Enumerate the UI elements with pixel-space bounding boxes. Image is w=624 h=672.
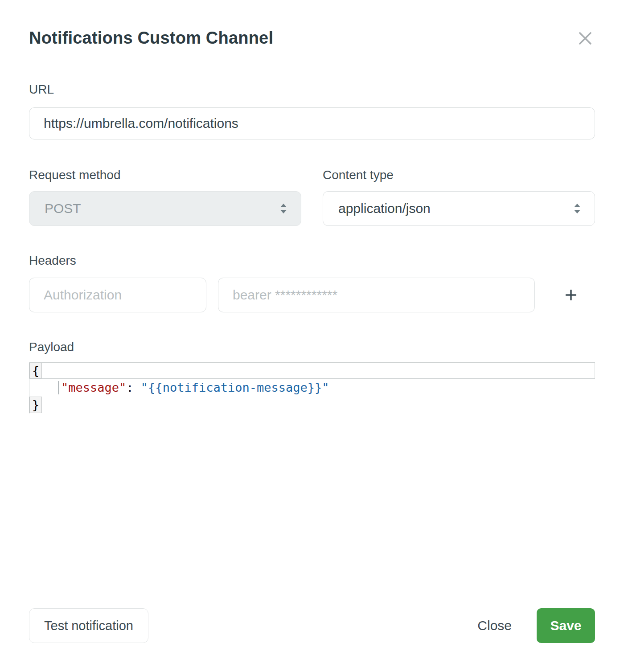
dialog-title: Notifications Custom Channel [29, 29, 273, 48]
request-method-value: POST [45, 201, 81, 216]
payload-label: Payload [29, 340, 595, 354]
dialog-footer: Test notification Close Save [29, 608, 595, 643]
method-content-row: Request method POST Content type applica… [29, 168, 595, 226]
text-cursor [58, 381, 59, 394]
header-value-input[interactable] [218, 278, 535, 312]
request-method-select[interactable]: POST [29, 191, 301, 226]
save-button[interactable]: Save [537, 608, 595, 643]
dialog-header: Notifications Custom Channel [29, 29, 595, 48]
open-brace-highlight: { [29, 363, 42, 378]
payload-editor[interactable]: { "message": "{{notification-message}}" … [29, 362, 595, 414]
select-updown-icon [279, 203, 287, 214]
payload-line-1: { [29, 362, 595, 379]
payload-line-3: } [29, 396, 595, 414]
url-input[interactable] [29, 107, 595, 139]
select-updown-icon [573, 203, 581, 214]
notifications-custom-channel-dialog: Notifications Custom Channel URL Request… [0, 0, 624, 672]
request-method-label: Request method [29, 168, 301, 182]
close-brace-highlight: } [29, 397, 42, 413]
json-property: "message" [61, 381, 126, 394]
plus-icon [564, 288, 578, 302]
content-type-value: application/json [338, 201, 431, 216]
url-label: URL [29, 82, 595, 97]
add-header-button[interactable] [562, 286, 580, 304]
close-icon[interactable] [576, 29, 594, 47]
header-name-input[interactable] [29, 278, 206, 312]
json-separator: : [126, 381, 141, 394]
headers-label: Headers [29, 254, 595, 268]
code-indent [29, 381, 58, 394]
test-notification-button[interactable]: Test notification [29, 608, 148, 643]
json-value: "{{notification-message}}" [141, 381, 329, 394]
content-type-select[interactable]: application/json [323, 191, 595, 226]
close-button[interactable]: Close [477, 618, 512, 633]
content-type-label: Content type [323, 168, 595, 182]
headers-row [29, 278, 595, 312]
payload-line-2: "message": "{{notification-message}}" [29, 379, 595, 396]
